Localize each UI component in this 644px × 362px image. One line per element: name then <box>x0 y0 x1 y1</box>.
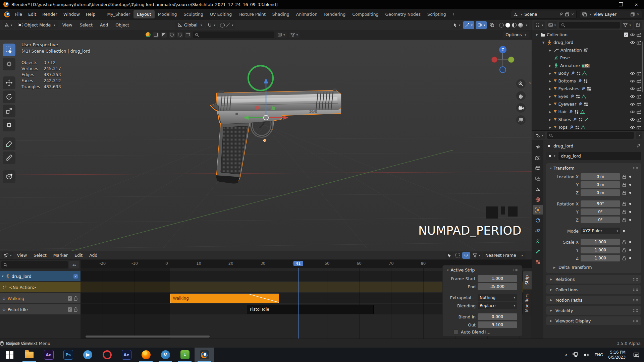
outliner-row[interactable]: ▶ ▼ Shoes <box>532 116 644 123</box>
hide-eye-icon[interactable] <box>630 41 635 44</box>
display-mode-dropdown[interactable]: ▾ <box>276 32 287 38</box>
animate-dot[interactable] <box>629 211 631 213</box>
viewport-search-input[interactable] <box>193 32 274 38</box>
outliner-row[interactable]: ▶ ▼ Bottoms <box>532 77 644 85</box>
camera-view-button[interactable] <box>516 103 526 113</box>
lock-icon[interactable] <box>622 210 627 214</box>
hide-eye-icon[interactable] <box>630 95 635 98</box>
rendered-shading-icon[interactable] <box>518 23 523 27</box>
properties-tab[interactable] <box>533 205 543 215</box>
outliner-row[interactable]: Pose <box>532 54 644 62</box>
new-scene-icon[interactable] <box>565 12 569 16</box>
render-camera-icon[interactable] <box>637 110 641 114</box>
panel-drag-handle[interactable] <box>633 167 638 170</box>
selectability-button[interactable]: ▾ <box>451 21 462 29</box>
outliner-row[interactable]: ▶ ▼ Body <box>532 69 644 77</box>
outliner-filter-mode[interactable]: ▾ <box>547 21 558 29</box>
taskbar-app[interactable] <box>19 348 39 362</box>
taskbar-app[interactable]: Ae <box>117 348 136 362</box>
value-field[interactable]: 1.000 <box>478 275 517 282</box>
properties-tab[interactable] <box>533 143 543 152</box>
panel-drag-handle[interactable] <box>633 288 638 291</box>
render-camera-icon[interactable] <box>637 125 641 129</box>
star-icon[interactable]: ☆ <box>2 296 6 301</box>
hide-eye-icon[interactable] <box>630 118 635 121</box>
gizmo-toggle[interactable]: ▾ <box>463 21 474 29</box>
panel-drag-handle[interactable] <box>633 278 638 281</box>
nla-menu-item[interactable]: Select <box>31 251 50 259</box>
lock-icon[interactable] <box>622 175 627 179</box>
taskbar-app[interactable]: Ae <box>39 348 58 362</box>
render-camera-icon[interactable] <box>637 41 641 45</box>
tool-button[interactable] <box>3 90 15 103</box>
zoom-button[interactable] <box>516 79 526 88</box>
display-toggle-4[interactable] <box>177 32 183 38</box>
properties-tab[interactable] <box>533 226 543 235</box>
menu-item[interactable]: Edit <box>25 10 39 18</box>
hide-eye-icon[interactable] <box>630 79 635 83</box>
tool-button[interactable] <box>3 119 15 131</box>
transform-orientation-dropdown[interactable]: Global▾ <box>175 21 205 29</box>
taskbar-app[interactable] <box>0 348 19 362</box>
viewport-menu-item[interactable]: Add <box>97 21 111 29</box>
nla-menu-item[interactable]: View <box>14 251 30 259</box>
tool-button[interactable] <box>3 170 15 183</box>
nla-channel[interactable]: ☆ Pistol Idle ✓ <box>0 304 80 314</box>
taskbar-app[interactable] <box>136 348 156 362</box>
hide-eye-icon[interactable] <box>630 87 635 90</box>
taskbar-app[interactable] <box>195 348 214 362</box>
star-icon[interactable]: ☆ <box>2 307 6 312</box>
tray-chevron-icon[interactable]: ∧ <box>565 353 568 357</box>
lock-icon[interactable] <box>74 296 78 301</box>
workspace-tab[interactable]: Sculpting <box>180 10 207 18</box>
collapsed-panel[interactable]: ▶ Visibility <box>546 306 641 315</box>
animate-dot[interactable] <box>629 219 631 221</box>
nla-channel[interactable]: ▾ drug_lord ✓ <box>0 271 80 281</box>
nla-menu-item[interactable]: Add <box>86 251 100 259</box>
nla-editor-type-button[interactable]: ▾ <box>2 252 13 259</box>
menu-item[interactable]: Help <box>83 10 99 18</box>
auto-blend-checkbox[interactable] <box>453 329 459 335</box>
properties-tab[interactable] <box>533 257 543 266</box>
playhead-line[interactable] <box>298 268 299 339</box>
outliner-display-mode[interactable]: ▾ <box>534 21 545 29</box>
tool-button[interactable] <box>3 137 15 150</box>
collapsed-panel[interactable]: ▶ Collections <box>546 285 641 294</box>
properties-tab[interactable] <box>533 184 543 194</box>
view-layer-selector[interactable]: ▾ View Layer × <box>580 10 642 19</box>
animate-dot[interactable] <box>629 249 631 251</box>
workspace-tab[interactable]: My_Shader <box>104 10 133 18</box>
properties-tab[interactable] <box>533 164 543 173</box>
workspace-tab[interactable]: Geometry Nodes <box>382 10 424 18</box>
new-collection-button[interactable] <box>634 21 642 29</box>
filter-button[interactable]: ▾ <box>289 32 300 38</box>
value-field[interactable]: 90° <box>581 200 620 207</box>
outliner-row[interactable]: ▶ ▼ Tops <box>532 123 644 130</box>
lock-icon[interactable] <box>622 248 627 252</box>
value-field[interactable]: 0.000 <box>478 313 517 320</box>
nla-filter-button[interactable]: ▾ <box>471 252 482 259</box>
lock-icon[interactable] <box>622 183 627 187</box>
wireframe-shading-icon[interactable] <box>499 23 504 27</box>
properties-tab[interactable] <box>533 216 543 225</box>
outliner-row[interactable]: ▼ Collection <box>532 31 644 39</box>
orthographic-grid-button[interactable] <box>516 115 526 125</box>
lock-icon[interactable] <box>622 191 627 195</box>
nla-channel[interactable]: ☆ Walking ✓ <box>0 293 80 303</box>
value-field[interactable]: 0° <box>581 217 620 223</box>
pin-icon[interactable] <box>559 12 563 16</box>
lock-icon[interactable] <box>622 218 627 222</box>
value-field[interactable]: 1.000 <box>581 247 620 253</box>
hide-eye-icon[interactable] <box>630 110 635 114</box>
dropdown-field[interactable]: Replace▾ <box>478 302 517 309</box>
collapsed-panel[interactable]: ▶ Relations <box>546 275 641 284</box>
properties-editor-type[interactable]: ▾ <box>534 132 545 139</box>
render-camera-icon[interactable] <box>637 87 641 91</box>
value-field[interactable]: 0° <box>581 208 620 215</box>
render-camera-icon[interactable] <box>637 79 641 83</box>
unlink-scene-icon[interactable]: × <box>571 12 574 16</box>
value-field[interactable]: 0 m <box>581 173 620 180</box>
object-name-field[interactable]: drug_lord <box>558 152 641 160</box>
new-view-layer-icon[interactable] <box>631 12 635 16</box>
shading-mode-buttons[interactable]: ▾ <box>497 21 529 29</box>
